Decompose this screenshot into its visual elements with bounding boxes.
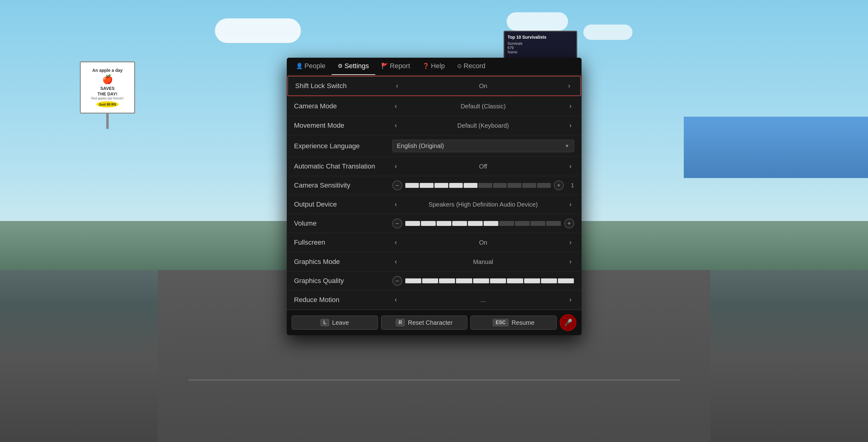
volume-control: − + (393, 219, 574, 228)
movement-mode-next[interactable]: › (567, 120, 574, 131)
resume-button[interactable]: ESC Resume (470, 316, 557, 330)
setting-output-device: Output Device ‹ Speakers (High Definitio… (287, 195, 582, 214)
fullscreen-control: ‹ On › (393, 237, 574, 248)
setting-fullscreen: Fullscreen ‹ On › (287, 233, 582, 252)
graphics-mode-value: Manual (403, 258, 563, 265)
cam-seg-2 (434, 183, 448, 188)
gfx-seg-6 (507, 278, 523, 283)
gfx-seg-2 (439, 278, 455, 283)
auto-chat-translation-prev[interactable]: ‹ (393, 161, 399, 171)
leave-button[interactable]: L Leave (292, 316, 378, 330)
shift-lock-prev[interactable]: ‹ (394, 81, 401, 91)
shift-lock-value: On (404, 83, 562, 90)
cam-seg-1 (420, 183, 434, 188)
tab-people-label: People (305, 62, 326, 70)
shift-lock-next[interactable]: › (565, 81, 572, 91)
vol-seg-1 (421, 221, 436, 226)
fullscreen-label: Fullscreen (294, 239, 393, 247)
fullscreen-value: On (403, 239, 563, 246)
output-device-label: Output Device (294, 200, 393, 209)
auto-chat-translation-next[interactable]: › (567, 161, 574, 171)
tab-bar: 👤 People ⚙ Settings 🚩 Report ❓ Help ⊙ Re… (287, 58, 582, 75)
people-icon: 👤 (296, 63, 303, 69)
graphics-mode-control: ‹ Manual › (393, 257, 574, 267)
camera-mode-prev[interactable]: ‹ (393, 101, 399, 112)
settings-icon: ⚙ (338, 63, 343, 69)
setting-movement-mode: Movement Mode ‹ Default (Keyboard) › (287, 116, 582, 135)
reset-label: Reset Character (408, 319, 453, 326)
setting-shift-lock: Shift Lock Switch ‹ On › (287, 76, 581, 96)
auto-chat-translation-label: Automatic Chat Translation (294, 162, 393, 170)
gfx-seg-1 (422, 278, 438, 283)
tab-help[interactable]: ❓ Help (416, 58, 451, 75)
fullscreen-prev[interactable]: ‹ (393, 237, 399, 248)
movement-mode-label: Movement Mode (294, 122, 393, 129)
camera-mode-next[interactable]: › (567, 101, 574, 112)
graphics-quality-track[interactable] (405, 278, 574, 284)
graphics-quality-control: − (393, 276, 574, 286)
tab-record[interactable]: ⊙ Record (451, 58, 492, 75)
camera-sensitivity-label: Camera Sensitivity (294, 181, 393, 189)
camera-mode-control: ‹ Default (Classic) › (393, 101, 574, 112)
graphics-quality-label: Graphics Quality (294, 277, 393, 285)
reset-character-button[interactable]: R Reset Character (381, 316, 467, 330)
vol-seg-4 (468, 221, 483, 226)
setting-camera-mode: Camera Mode ‹ Default (Classic) › (287, 97, 582, 116)
report-icon: 🚩 (381, 63, 388, 69)
gfx-seg-7 (524, 278, 540, 283)
graphics-mode-next[interactable]: › (567, 257, 574, 267)
camera-sensitivity-plus[interactable]: + (554, 181, 564, 190)
graphics-mode-prev[interactable]: ‹ (393, 257, 399, 267)
setting-reduce-motion: Reduce Motion ‹ ... › (287, 290, 582, 310)
experience-language-label: Experience Language (294, 142, 393, 150)
reduce-motion-prev[interactable]: ‹ (393, 295, 399, 305)
setting-volume: Volume − + (287, 214, 582, 233)
vol-seg-5 (484, 221, 498, 226)
vol-seg-9 (546, 221, 561, 226)
output-device-next[interactable]: › (567, 199, 574, 210)
movement-mode-control: ‹ Default (Keyboard) › (393, 120, 574, 131)
experience-language-dropdown[interactable]: English (Original) ▼ (393, 140, 574, 152)
bottom-bar: L Leave R Reset Character ESC Resume 🎤 (287, 310, 582, 335)
tab-report-label: Report (390, 62, 410, 70)
setting-graphics-quality: Graphics Quality − (287, 272, 582, 290)
cam-seg-5 (478, 183, 492, 188)
gfx-seg-3 (456, 278, 472, 283)
camera-sensitivity-minus[interactable]: − (393, 181, 402, 190)
volume-plus[interactable]: + (564, 219, 574, 228)
dialog-overlay: 👤 People ⚙ Settings 🚩 Report ❓ Help ⊙ Re… (0, 0, 868, 442)
camera-mode-label: Camera Mode (294, 102, 393, 110)
tab-people[interactable]: 👤 People (290, 58, 332, 75)
tab-settings[interactable]: ⚙ Settings (332, 58, 375, 75)
resume-key: ESC (493, 319, 508, 326)
tab-help-label: Help (431, 62, 445, 70)
experience-language-control: English (Original) ▼ (393, 140, 574, 152)
mic-button[interactable]: 🎤 (560, 314, 576, 331)
tab-report[interactable]: 🚩 Report (375, 58, 416, 75)
gfx-seg-4 (473, 278, 489, 283)
movement-mode-value: Default (Keyboard) (403, 122, 563, 129)
cam-seg-6 (493, 183, 507, 188)
cam-seg-4 (464, 183, 477, 188)
auto-chat-translation-control: ‹ Off › (393, 161, 574, 171)
output-device-prev[interactable]: ‹ (393, 199, 399, 210)
graphics-quality-minus[interactable]: − (393, 276, 402, 286)
vol-seg-7 (515, 221, 530, 226)
volume-label: Volume (294, 219, 393, 227)
vol-seg-6 (499, 221, 514, 226)
movement-mode-prev[interactable]: ‹ (393, 120, 399, 131)
fullscreen-next[interactable]: › (567, 237, 574, 248)
camera-sensitivity-track[interactable] (405, 182, 551, 188)
vol-seg-8 (531, 221, 545, 226)
output-device-control: ‹ Speakers (High Definition Audio Device… (393, 199, 574, 210)
record-icon: ⊙ (457, 63, 462, 69)
reduce-motion-label: Reduce Motion (294, 296, 393, 304)
reduce-motion-next[interactable]: › (567, 295, 574, 305)
cam-seg-9 (537, 183, 551, 188)
camera-sensitivity-control: − + 1 (393, 181, 574, 190)
volume-minus[interactable]: − (393, 219, 402, 228)
dropdown-arrow-icon: ▼ (565, 143, 569, 149)
settings-content: Shift Lock Switch ‹ On › Camera Mode ‹ D… (287, 76, 582, 310)
volume-track[interactable] (405, 220, 561, 226)
vol-seg-2 (437, 221, 451, 226)
